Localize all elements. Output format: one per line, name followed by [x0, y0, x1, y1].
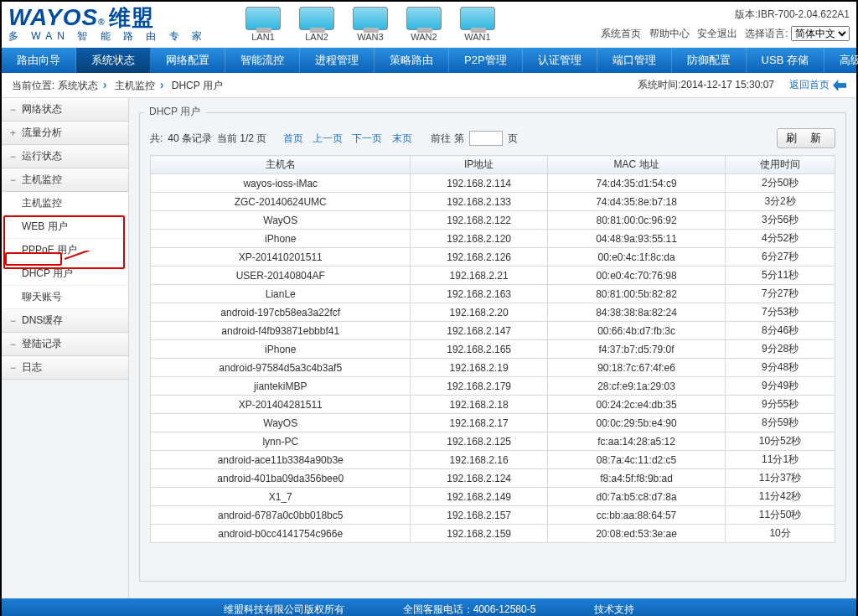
sidebar-item[interactable]: −登陆记录 [2, 333, 128, 356]
nav-tab[interactable]: 系统状态 [76, 48, 151, 73]
table-cell: WayOS [151, 414, 411, 432]
table-cell: f8:a4:5f:f8:9b:ad [547, 469, 725, 488]
table-row: WayOS192.168.2.12280:81:00:0c:96:923分56秒 [151, 211, 835, 230]
sidebar-sub-item[interactable]: PPPoE 用户 [2, 239, 128, 262]
table-cell: android-197cb58ea3a22fcf [151, 303, 411, 322]
table-cell: 192.168.2.149 [411, 488, 547, 506]
sidebar-sub-item[interactable]: WEB 用户 [2, 215, 128, 239]
nav-tab[interactable]: 高级配置 [824, 48, 858, 73]
system-time: 系统时间:2014-12-17 15:30:07 [638, 78, 774, 92]
sidebar-item[interactable]: −DNS缓存 [2, 309, 128, 333]
table-cell: 9分28秒 [726, 340, 835, 359]
pager-goto-prefix: 前往 第 [431, 132, 463, 146]
expand-icon: − [10, 104, 22, 116]
expand-icon: − [10, 151, 22, 163]
wan-indicators: LAN1LAN2WAN3WAN2WAN1 [246, 7, 495, 42]
pager-last[interactable]: 末页 [392, 132, 412, 144]
panel-title: DHCP 用户 [144, 105, 205, 119]
breadcrumb-c: DHCP 用户 [172, 80, 223, 91]
table-cell: 90:18:7c:67:4f:e6 [547, 359, 725, 377]
table-row: XP-201404281511192.168.2.1800:24:2c:e4:d… [151, 396, 835, 414]
table-row: android-b0cc4141754c966e192.168.2.15920:… [151, 525, 835, 543]
table-cell: 28:cf:e9:1a:29:03 [547, 377, 725, 396]
table-cell: 192.168.2.179 [411, 377, 547, 396]
table-cell: 74:d4:35:d1:54:c9 [547, 174, 725, 193]
table-cell: 9分55秒 [726, 396, 835, 414]
table-cell: 11分1秒 [726, 451, 835, 469]
monitor-icon [406, 7, 442, 30]
table-cell: android-97584d5a3c4b3af5 [151, 359, 411, 377]
table-row: XP-201410201511192.168.2.12600:e0:4c:1f:… [151, 248, 835, 267]
sidebar-item[interactable]: −主机监控 [2, 168, 128, 192]
table-cell: XP-201410201511 [151, 248, 411, 267]
sidebar-item[interactable]: −运行状态 [2, 145, 128, 168]
pager-first[interactable]: 首页 [283, 132, 303, 144]
panel: 共: 40 条记录 当前 1/2 页 首页 上一页 下一页 末页 前往 第 页 … [139, 112, 846, 582]
table-cell: 04:48:9a:93:55:11 [547, 230, 725, 248]
table-cell: 2分50秒 [726, 174, 835, 193]
version-value: IBR-700-2.04.622A1 [758, 8, 850, 20]
logo-subtitle: 多 WAN 智 能 路 由 专 家 [8, 29, 230, 44]
sidebar-item[interactable]: −网络状态 [2, 98, 128, 122]
sidebar-sub-item[interactable]: DHCP 用户 [2, 262, 128, 286]
table-cell: d0:7a:b5:c8:d7:8a [547, 488, 725, 506]
footer-hotline: 全国客服电话：4006-12580-5 [403, 603, 536, 617]
wan-indicator: WAN1 [460, 7, 495, 42]
sidebar-item-label: 日志 [22, 360, 42, 375]
refresh-button[interactable]: 刷 新 [777, 128, 835, 148]
sidebar-item-label: 运行状态 [22, 149, 62, 163]
table-cell: 8分46秒 [726, 322, 835, 340]
table-cell: lynn-PC [151, 432, 411, 451]
table-header-row: 主机名IP地址MAC 地址使用时间 [151, 156, 835, 174]
nav-tab[interactable]: 防御配置 [672, 48, 747, 73]
nav-tab[interactable]: P2P管理 [449, 48, 523, 73]
link-help-center[interactable]: 帮助中心 [649, 28, 690, 39]
lang-select[interactable]: 简体中文 [791, 26, 850, 41]
sidebar-item[interactable]: −日志 [2, 356, 128, 380]
chevron-right-icon: › [103, 78, 107, 91]
table-header-cell: 使用时间 [726, 156, 835, 174]
table-cell: 3分56秒 [726, 211, 835, 230]
table-row: android-f4fb93871ebbbf41192.168.2.14700:… [151, 322, 835, 340]
footer-support[interactable]: 技术支持 [594, 603, 634, 617]
table-cell: wayos-ioss-iMac [151, 174, 411, 193]
back-home-link[interactable]: 返回首页 [789, 78, 846, 92]
breadcrumb-a: 系统状态 [58, 80, 98, 91]
nav-tab[interactable]: 智能流控 [225, 48, 300, 73]
pager-next[interactable]: 下一页 [352, 132, 382, 144]
body: −网络状态+流量分析−运行状态−主机监控主机监控WEB 用户PPPoE 用户DH… [2, 98, 856, 598]
table-cell: 80:81:00:0c:96:92 [547, 211, 725, 230]
table-row: LianLe192.168.2.16380:81:00:5b:82:827分27… [151, 285, 835, 303]
nav-tab[interactable]: 路由向导 [2, 48, 76, 73]
sidebar-subgroup: 主机监控WEB 用户PPPoE 用户DHCP 用户聊天账号 [2, 192, 128, 309]
nav-tab[interactable]: 网络配置 [151, 48, 225, 73]
table-body: wayos-ioss-iMac192.168.2.11474:d4:35:d1:… [151, 174, 835, 543]
wan-indicator: LAN1 [246, 7, 281, 42]
table-row: ZGC-20140624UMC192.168.2.13374:d4:35:8e:… [151, 193, 835, 211]
nav-tab[interactable]: 端口管理 [597, 48, 672, 73]
dhcp-table: 主机名IP地址MAC 地址使用时间 wayos-ioss-iMac192.168… [150, 155, 835, 543]
nav-tab[interactable]: 认证管理 [523, 48, 597, 73]
nav-tab[interactable]: USB 存储 [747, 48, 824, 73]
table-header-cell: IP地址 [411, 156, 547, 174]
arrow-left-icon [833, 80, 846, 91]
nav-tab[interactable]: 进程管理 [300, 48, 375, 73]
table-row: android-97584d5a3c4b3af5192.168.2.1990:1… [151, 359, 835, 377]
sidebar-item-label: 主机监控 [22, 173, 62, 187]
table-cell: f4:37:b7:d5:79:0f [547, 340, 725, 359]
table-cell: android-401ba09da356bee0 [151, 469, 411, 488]
table-cell: cc:bb:aa:88:64:57 [547, 506, 725, 525]
wan-label: WAN2 [411, 32, 437, 42]
pager-prev[interactable]: 上一页 [313, 132, 343, 144]
sidebar-item[interactable]: +流量分析 [2, 122, 128, 145]
table-cell: 192.168.2.18 [411, 396, 547, 414]
table-cell: 192.168.2.147 [411, 322, 547, 340]
sidebar-sub-item[interactable]: 主机监控 [2, 192, 128, 215]
pager-goto-input[interactable] [469, 131, 503, 146]
logo: WAYOS®维盟 多 WAN 智 能 路 由 专 家 [8, 6, 230, 44]
link-safe-exit[interactable]: 安全退出 [697, 28, 737, 39]
sidebar-item-label: 网络状态 [22, 102, 62, 116]
nav-tab[interactable]: 策略路由 [375, 48, 449, 73]
sidebar-sub-item[interactable]: 聊天账号 [2, 286, 128, 309]
link-system-home[interactable]: 系统首页 [601, 28, 641, 39]
